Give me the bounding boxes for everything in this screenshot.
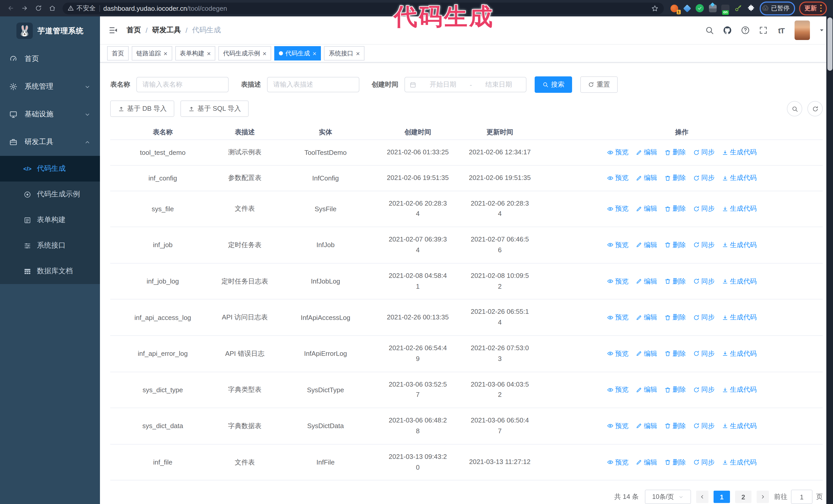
action-edit-link[interactable]: 编辑 (636, 458, 657, 467)
action-sync-link[interactable]: 同步 (693, 204, 715, 214)
extension-gem-icon[interactable] (683, 4, 691, 13)
action-sync-link[interactable]: 同步 (693, 313, 715, 322)
tab-codegen[interactable]: 代码生成× (274, 46, 321, 61)
sidebar-item-home[interactable]: 首页 (0, 45, 100, 73)
extensions-puzzle-icon[interactable] (747, 4, 755, 13)
sidebar-subitem-system-api[interactable]: 系统接口 (0, 233, 100, 258)
action-generate-link[interactable]: 生成代码 (722, 204, 757, 214)
sidebar-item-system[interactable]: 系统管理 (0, 73, 100, 100)
action-edit-link[interactable]: 编辑 (636, 385, 657, 394)
extension-proxy-icon[interactable]: 1 (670, 4, 679, 13)
search-icon[interactable] (705, 26, 714, 35)
action-edit-link[interactable]: 编辑 (636, 313, 657, 322)
browser-reload-button[interactable] (32, 2, 45, 15)
action-preview-link[interactable]: 预览 (607, 204, 628, 214)
action-edit-link[interactable]: 编辑 (636, 277, 657, 286)
next-page-button[interactable] (757, 491, 769, 503)
profile-paused-pill[interactable]: 😱 已暂停 (759, 1, 795, 15)
close-icon[interactable]: × (164, 50, 167, 57)
action-sync-link[interactable]: 同步 (693, 385, 715, 394)
action-preview-link[interactable]: 预览 (607, 349, 628, 358)
action-sync-link[interactable]: 同步 (693, 349, 715, 358)
action-generate-link[interactable]: 生成代码 (722, 422, 757, 431)
action-preview-link[interactable]: 预览 (607, 458, 628, 467)
action-edit-link[interactable]: 编辑 (636, 349, 657, 358)
action-delete-link[interactable]: 删除 (664, 422, 686, 431)
help-icon[interactable] (741, 26, 750, 35)
action-edit-link[interactable]: 编辑 (636, 240, 657, 250)
action-delete-link[interactable]: 删除 (664, 349, 686, 358)
action-edit-link[interactable]: 编辑 (636, 173, 657, 183)
scrollbar-thumb[interactable] (827, 18, 832, 71)
table-name-input[interactable]: 请输入表名称 (136, 77, 229, 92)
action-delete-link[interactable]: 删除 (664, 313, 686, 322)
close-icon[interactable]: × (356, 50, 360, 57)
action-edit-link[interactable]: 编辑 (636, 148, 657, 157)
sidebar-item-devtools[interactable]: 研发工具 (0, 128, 100, 156)
prev-page-button[interactable] (696, 491, 709, 503)
action-delete-link[interactable]: 删除 (664, 458, 686, 467)
browser-home-button[interactable] (46, 2, 58, 15)
action-generate-link[interactable]: 生成代码 (722, 148, 757, 157)
browser-forward-button[interactable] (18, 2, 31, 15)
tab-form-builder[interactable]: 表单构建× (175, 46, 215, 61)
app-logo[interactable]: 🐰 芋道管理系统 (0, 17, 100, 45)
sidebar-item-infra[interactable]: 基础设施 (0, 100, 100, 128)
caret-down-icon[interactable] (819, 27, 825, 33)
action-preview-link[interactable]: 预览 (607, 240, 628, 250)
date-range-picker[interactable]: 开始日期 - 结束日期 (404, 77, 526, 92)
table-desc-input[interactable]: 请输入表描述 (267, 77, 359, 92)
extension-key-icon[interactable] (734, 4, 742, 13)
page-size-select[interactable]: 10条/页 (645, 490, 691, 504)
tab-codegen-demo[interactable]: 代码生成示例× (218, 46, 271, 61)
page-button-2[interactable]: 2 (735, 491, 752, 503)
sidebar-subitem-form-builder[interactable]: 表单构建 (0, 207, 100, 233)
sidebar-toggle-icon[interactable] (108, 25, 118, 35)
tab-home[interactable]: 首页 (107, 46, 129, 61)
close-icon[interactable]: × (207, 50, 211, 57)
action-sync-link[interactable]: 同步 (693, 240, 715, 250)
action-sync-link[interactable]: 同步 (693, 173, 715, 183)
import-db-button[interactable]: 基于 DB 导入 (110, 100, 174, 117)
browser-back-button[interactable] (4, 2, 17, 15)
action-preview-link[interactable]: 预览 (607, 148, 628, 157)
action-generate-link[interactable]: 生成代码 (722, 349, 757, 358)
import-sql-button[interactable]: 基于 SQL 导入 (181, 100, 249, 117)
action-sync-link[interactable]: 同步 (693, 277, 715, 286)
browser-update-button[interactable]: 更新 (799, 1, 827, 15)
action-delete-link[interactable]: 删除 (664, 240, 686, 250)
action-generate-link[interactable]: 生成代码 (722, 277, 757, 286)
action-sync-link[interactable]: 同步 (693, 422, 715, 431)
extension-tabs-icon[interactable] (708, 4, 717, 13)
refresh-button[interactable] (807, 101, 823, 116)
github-icon[interactable] (723, 26, 732, 35)
close-icon[interactable]: × (262, 50, 266, 57)
search-button[interactable]: 搜索 (535, 76, 572, 93)
action-delete-link[interactable]: 删除 (664, 173, 686, 183)
goto-page-input[interactable]: 1 (791, 490, 812, 504)
reset-button[interactable]: 重置 (580, 76, 618, 93)
action-edit-link[interactable]: 编辑 (636, 422, 657, 431)
extension-switch-icon[interactable]: on (721, 4, 730, 13)
bookmark-star-icon[interactable] (651, 4, 659, 12)
action-preview-link[interactable]: 预览 (607, 173, 628, 183)
sidebar-subitem-db-doc[interactable]: 数据库文档 (0, 258, 100, 284)
action-generate-link[interactable]: 生成代码 (722, 313, 757, 322)
action-preview-link[interactable]: 预览 (607, 385, 628, 394)
action-preview-link[interactable]: 预览 (607, 313, 628, 322)
close-icon[interactable]: × (313, 50, 316, 57)
tab-tracing[interactable]: 链路追踪× (132, 46, 172, 61)
action-generate-link[interactable]: 生成代码 (722, 458, 757, 467)
sidebar-subitem-codegen[interactable]: </>代码生成 (0, 156, 100, 182)
action-preview-link[interactable]: 预览 (607, 422, 628, 431)
action-generate-link[interactable]: 生成代码 (722, 173, 757, 183)
action-delete-link[interactable]: 删除 (664, 385, 686, 394)
tab-system-api[interactable]: 系统接口× (324, 46, 364, 61)
action-delete-link[interactable]: 删除 (664, 148, 686, 157)
action-edit-link[interactable]: 编辑 (636, 204, 657, 214)
action-sync-link[interactable]: 同步 (693, 458, 715, 467)
action-delete-link[interactable]: 删除 (664, 277, 686, 286)
action-generate-link[interactable]: 生成代码 (722, 240, 757, 250)
security-chip[interactable]: 不安全 (68, 4, 96, 13)
page-button-1[interactable]: 1 (714, 491, 730, 503)
